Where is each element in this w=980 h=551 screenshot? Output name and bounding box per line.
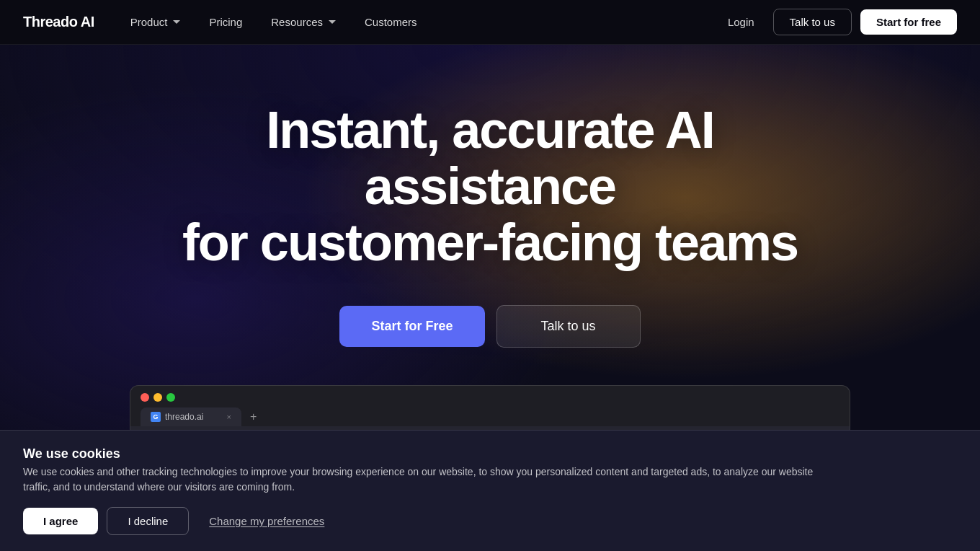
logo[interactable]: Threado AI bbox=[23, 14, 94, 30]
nav-right: Login Talk to us Start for free bbox=[718, 9, 957, 35]
browser-titlebar bbox=[141, 393, 839, 402]
cookie-agree-button[interactable]: I agree bbox=[23, 508, 98, 534]
nav-links: Product Pricing Resources Customers bbox=[117, 10, 430, 34]
nav-item-customers[interactable]: Customers bbox=[352, 10, 430, 34]
window-minimize-dot[interactable] bbox=[153, 393, 162, 402]
nav-item-pricing[interactable]: Pricing bbox=[196, 10, 255, 34]
browser-chrome: G threado.ai × + bbox=[130, 385, 850, 426]
login-button[interactable]: Login bbox=[718, 10, 765, 34]
talk-to-us-button[interactable]: Talk to us bbox=[773, 9, 852, 35]
cookie-banner: We use cookies We use cookies and other … bbox=[0, 430, 980, 551]
nav-item-product[interactable]: Product bbox=[117, 10, 194, 34]
chevron-down-icon bbox=[329, 20, 336, 24]
chevron-down-icon bbox=[173, 20, 180, 24]
tab-title: threado.ai bbox=[165, 412, 203, 422]
browser-tabs-bar: G threado.ai × + bbox=[141, 407, 839, 426]
cookie-description: We use cookies and other tracking techno… bbox=[23, 464, 816, 495]
start-for-free-nav-button[interactable]: Start for free bbox=[860, 9, 957, 35]
nav-item-resources[interactable]: Resources bbox=[258, 10, 349, 34]
new-tab-button[interactable]: + bbox=[244, 407, 262, 426]
cookie-preferences-button[interactable]: Change my preferences bbox=[197, 508, 336, 534]
cookie-decline-button[interactable]: I decline bbox=[107, 507, 189, 535]
hero-title: Instant, accurate AI assistance for cust… bbox=[137, 102, 843, 270]
tab-favicon: G bbox=[151, 412, 161, 422]
nav-left: Threado AI Product Pricing Resources Cus… bbox=[23, 10, 430, 34]
hero-cta-row: Start for Free Talk to us bbox=[339, 305, 640, 348]
window-maximize-dot[interactable] bbox=[166, 393, 175, 402]
navbar: Threado AI Product Pricing Resources Cus… bbox=[0, 0, 980, 45]
cookie-title: We use cookies bbox=[23, 446, 957, 462]
tab-close-icon[interactable]: × bbox=[227, 413, 231, 421]
start-for-free-hero-button[interactable]: Start for Free bbox=[339, 306, 484, 347]
talk-to-us-hero-button[interactable]: Talk to us bbox=[496, 305, 641, 348]
browser-tab-active[interactable]: G threado.ai × bbox=[141, 407, 241, 426]
cookie-banner-text-block: We use cookies We use cookies and other … bbox=[23, 446, 957, 495]
cookie-actions: I agree I decline Change my preferences bbox=[23, 507, 957, 535]
window-close-dot[interactable] bbox=[141, 393, 149, 402]
